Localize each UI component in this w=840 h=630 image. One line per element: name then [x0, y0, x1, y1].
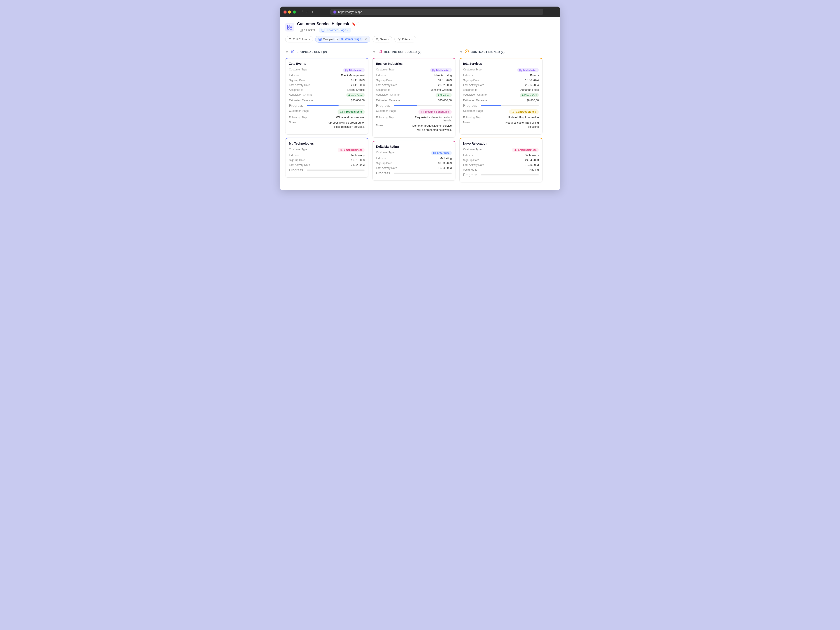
card-stage-row: Customer Stage Proposal Sent: [289, 109, 365, 114]
col-chevron-meeting[interactable]: ▾: [373, 50, 375, 54]
card-type-row: Customer Type Enterprise: [376, 151, 452, 155]
tab-customer-stage[interactable]: Customer Stage ▾: [319, 28, 351, 33]
progress-bar-bg: [307, 169, 365, 171]
progress-row: Progress: [463, 104, 539, 107]
signup-value: 16.01.2023: [351, 159, 365, 162]
card-revenue-row: Estimated Renevue $8.800,00: [463, 99, 539, 102]
industry-label: Industry: [376, 74, 386, 77]
card-signup-row: Sign-up Date 16.06.2024: [463, 79, 539, 82]
card-assigned-row: Assigned to Jenniffer Groman: [376, 88, 452, 92]
customer-type-label: Customer Type: [376, 151, 395, 154]
card-activity-row: Last Activity Date 28.02.2023: [376, 84, 452, 87]
sidebar-toggle-icon[interactable]: ⊡: [300, 9, 303, 15]
revenue-value: $75.000,00: [438, 99, 452, 102]
svg-rect-45: [521, 69, 522, 70]
svg-rect-4: [300, 29, 301, 30]
kanban-col-contract: ▾ C CONTRACT SIGNED (2) Iota Services Cu…: [459, 47, 543, 185]
svg-rect-26: [378, 50, 382, 53]
activity-label: Last Activity Date: [463, 163, 484, 166]
customer-type-badge: Mid-Market: [430, 68, 452, 72]
industry-value: Manufacturing: [434, 74, 452, 77]
card-activity-row: Last Activity Date 18.05.2023: [463, 163, 539, 166]
back-button[interactable]: ‹: [305, 9, 309, 15]
signup-label: Sign-up Date: [376, 79, 392, 82]
revenue-label: Estimated Renevue: [463, 99, 487, 102]
remove-group-button[interactable]: ✕: [365, 38, 367, 41]
card-assigned-row: Assigned to Ray Ing: [463, 168, 539, 171]
search-label: Search: [380, 38, 389, 41]
following-value: Will attend our seminar.: [336, 116, 365, 119]
stage-label: Customer Stage: [376, 109, 396, 112]
ticket-card[interactable]: Nuvo Relocation Customer Type Small Busi…: [459, 137, 543, 182]
card-type-row: Customer Type Mid-Market: [376, 68, 452, 72]
edit-columns-button[interactable]: Edit Columns: [285, 36, 313, 43]
acq-badge: Phone Call: [520, 93, 539, 97]
card-type-row: Customer Type Mid-Market: [289, 68, 365, 72]
tab-all-ticket-label: All Ticket: [304, 28, 315, 32]
progress-bar-bg: [394, 172, 452, 174]
traffic-lights: [284, 11, 296, 14]
browser-window: ⊡ ‹ › https://docyrus.app Customer Ser: [280, 6, 560, 190]
activity-value: 28.06.2024: [525, 84, 539, 87]
activity-value: 28.02.2023: [438, 84, 452, 87]
col-chevron-contract[interactable]: ▾: [460, 50, 462, 54]
card-acq-row: Acquisition Channel Seminar: [376, 93, 452, 97]
customer-type-label: Customer Type: [376, 68, 395, 71]
customer-type-badge: Enterprise: [431, 151, 452, 155]
signup-label: Sign-up Date: [289, 159, 305, 162]
customer-type-badge: Mid-Market: [343, 68, 365, 72]
search-button[interactable]: Search: [373, 36, 392, 43]
card-type-row: Customer Type Small Business: [289, 148, 365, 152]
address-bar[interactable]: https://docyrus.app: [330, 9, 543, 15]
app-header: Customer Service Helpdesk 🔖 ⛶ All Ticket…: [285, 22, 555, 33]
card-activity-row: Last Activity Date 10.04.2023: [376, 166, 452, 169]
progress-bar-bg: [394, 105, 452, 106]
col-chevron-proposal[interactable]: ▾: [286, 50, 288, 54]
industry-value: Marketing: [440, 157, 452, 160]
industry-label: Industry: [376, 157, 386, 160]
forward-button[interactable]: ›: [311, 9, 314, 15]
signup-value: 05.11.2023: [351, 79, 365, 82]
svg-rect-33: [434, 69, 435, 70]
minimize-button[interactable]: [288, 11, 291, 14]
card-following-row: Following Step Will attend our seminar.: [289, 116, 365, 119]
card-signup-row: Sign-up Date 05.11.2023: [289, 79, 365, 82]
industry-label: Industry: [289, 154, 298, 157]
card-signup-row: Sign-up Date 24.04.2023: [463, 159, 539, 162]
ticket-card[interactable]: Iota Services Customer Type Mid-Market I…: [459, 58, 543, 134]
app-title: Customer Service Helpdesk: [297, 22, 349, 26]
card-industry-row: Industry Event Management: [289, 74, 365, 77]
notes-value: A proposal will be prepared for office r…: [321, 121, 365, 129]
grouped-by-button[interactable]: Grouped by Customer Stage ✕: [315, 36, 370, 43]
maximize-button[interactable]: [293, 11, 296, 14]
filters-add-icon[interactable]: +: [411, 38, 413, 41]
svg-text:C: C: [513, 111, 514, 113]
card-industry-row: Industry Energy: [463, 74, 539, 77]
ticket-card[interactable]: Epsilon Industries Customer Type Mid-Mar…: [372, 58, 455, 137]
svg-rect-35: [434, 70, 435, 71]
card-stage-row: Customer Stage Meeting Scheduled: [376, 109, 452, 114]
svg-rect-21: [346, 69, 346, 70]
activity-value: 18.05.2023: [525, 163, 539, 166]
card-signup-row: Sign-up Date 09.03.2023: [376, 162, 452, 165]
assigned-value: Jenniffer Groman: [431, 88, 452, 92]
card-notes-row: Notes Demo for product launch service wi…: [376, 124, 452, 132]
ticket-card[interactable]: Mu Technologies Customer Type Small Busi…: [285, 137, 368, 178]
acq-badge: Web Form: [346, 93, 365, 97]
close-button[interactable]: [284, 11, 287, 14]
notes-label: Notes: [376, 124, 383, 127]
assigned-value: Leilani Krause: [347, 88, 365, 92]
progress-row: Progress: [289, 168, 365, 172]
svg-rect-15: [319, 39, 320, 41]
notes-label: Notes: [289, 121, 296, 124]
revenue-value: $80.000,00: [351, 99, 365, 102]
tab-all-ticket[interactable]: All Ticket: [297, 28, 317, 33]
svg-rect-31: [380, 52, 381, 52]
progress-bar-bg: [307, 105, 365, 106]
customer-type-label: Customer Type: [289, 68, 308, 71]
assigned-value: Adrianna Felps: [520, 88, 539, 92]
ticket-card[interactable]: Delta Marketing Customer Type Enterprise…: [372, 141, 455, 181]
ticket-card[interactable]: Zeta Events Customer Type Mid-Market Ind…: [285, 58, 368, 134]
filters-button[interactable]: Filters +: [395, 36, 416, 43]
kanban-col-proposal: ▾ PROPOSAL SENT (2) Zeta Events Customer…: [285, 47, 368, 185]
